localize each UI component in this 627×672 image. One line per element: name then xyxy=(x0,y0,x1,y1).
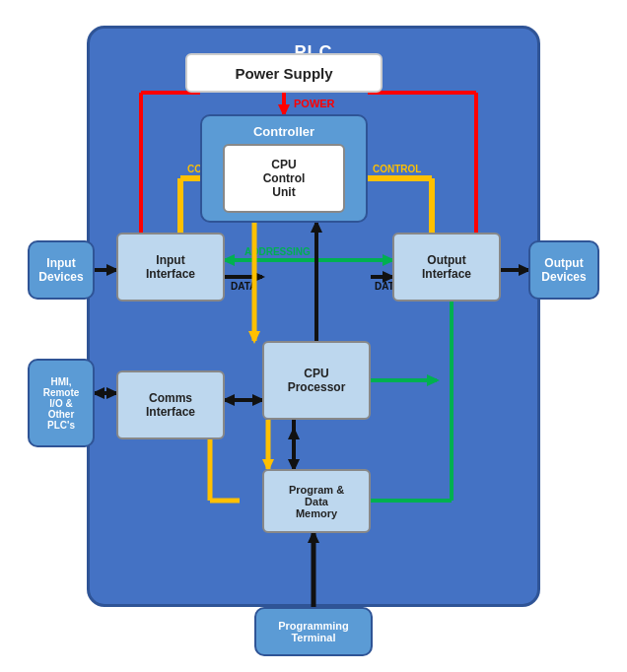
diagram-root: PLC POWER CONTROL CONTROL xyxy=(28,16,599,656)
cpu-control-unit-box: CPUControlUnit xyxy=(223,144,345,213)
controller-label: Controller xyxy=(253,124,314,139)
input-interface-label: InputInterface xyxy=(146,253,195,281)
output-interface-box: OutputInterface xyxy=(392,233,501,302)
program-memory-label: Program &DataMemory xyxy=(289,484,344,519)
power-supply-label: Power Supply xyxy=(235,65,332,82)
output-devices-box: OutputDevices xyxy=(528,240,599,300)
output-interface-label: OutputInterface xyxy=(422,253,471,281)
hmi-box: HMI,RemoteI/O &OtherPLC's xyxy=(28,359,95,447)
input-interface-box: InputInterface xyxy=(116,233,225,302)
cpu-control-unit-label: CPUControlUnit xyxy=(263,158,306,199)
program-memory-box: Program &DataMemory xyxy=(262,469,371,533)
input-devices-label: InputDevices xyxy=(38,256,83,284)
comms-interface-box: CommsInterface xyxy=(116,370,225,439)
output-devices-label: OutputDevices xyxy=(541,256,586,284)
power-supply-box: Power Supply xyxy=(185,53,383,93)
programming-terminal-box: ProgrammingTerminal xyxy=(254,607,373,656)
cpu-processor-label: CPUProcessor xyxy=(288,367,346,394)
programming-terminal-label: ProgrammingTerminal xyxy=(278,620,349,643)
input-devices-box: InputDevices xyxy=(28,240,95,300)
hmi-label: HMI,RemoteI/O &OtherPLC's xyxy=(43,376,80,431)
cpu-processor-box: CPUProcessor xyxy=(262,341,371,420)
comms-interface-label: CommsInterface xyxy=(146,391,195,419)
